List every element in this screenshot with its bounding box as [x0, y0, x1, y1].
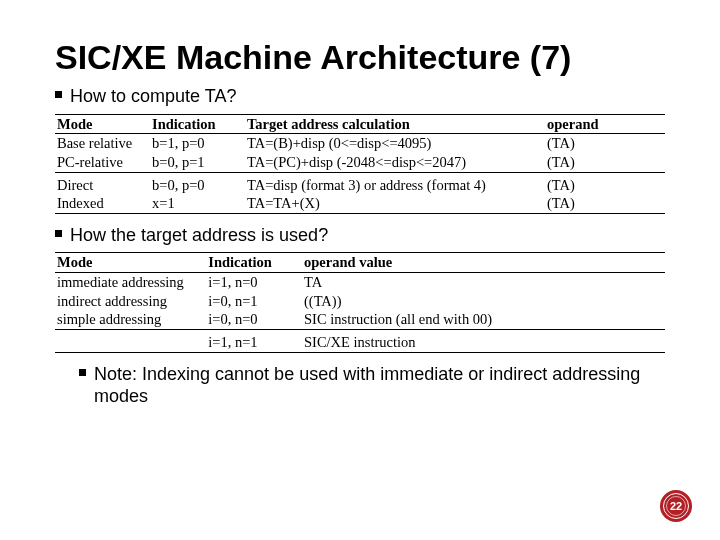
operand-value-table: Mode Indication operand value immediate … [55, 252, 665, 352]
col-indication: Indication [206, 253, 302, 273]
bullet-note: Note: Indexing cannot be used with immed… [79, 363, 680, 408]
page-number-badge: 22 [660, 490, 692, 522]
slide: SIC/XE Machine Architecture (7) How to c… [0, 0, 720, 540]
col-indication: Indication [150, 114, 245, 134]
table-row: Direct b=0, p=0 TA=disp (format 3) or ad… [55, 176, 665, 195]
bullet-how-used: How the target address is used? [55, 224, 680, 247]
bullet-square-icon [55, 230, 62, 237]
table-row: i=1, n=1 SIC/XE instruction [55, 333, 665, 352]
page-title: SIC/XE Machine Architecture (7) [55, 38, 680, 77]
bullet-square-icon [55, 91, 62, 98]
table-row: PC-relative b=0, p=1 TA=(PC)+disp (-2048… [55, 153, 665, 172]
ta-computation-table: Mode Indication Target address calculati… [55, 114, 665, 214]
table-header-row: Mode Indication Target address calculati… [55, 114, 665, 134]
bullet-text: How to compute TA? [70, 85, 236, 108]
table-row: Base relative b=1, p=0 TA=(B)+disp (0<=d… [55, 134, 665, 153]
col-calc: Target address calculation [245, 114, 545, 134]
col-mode: Mode [55, 114, 150, 134]
page-number: 22 [670, 500, 682, 512]
col-operand: operand value [302, 253, 665, 273]
bullet-text: Note: Indexing cannot be used with immed… [94, 363, 680, 408]
col-mode: Mode [55, 253, 206, 273]
table-row: Indexed x=1 TA=TA+(X) (TA) [55, 194, 665, 213]
table-row: indirect addressing i=0, n=1 ((TA)) [55, 292, 665, 311]
bullet-how-compute: How to compute TA? [55, 85, 680, 108]
table-header-row: Mode Indication operand value [55, 253, 665, 273]
col-operand: operand [545, 114, 665, 134]
bullet-square-icon [79, 369, 86, 376]
table-row: simple addressing i=0, n=0 SIC instructi… [55, 310, 665, 329]
bullet-text: How the target address is used? [70, 224, 328, 247]
table-row: immediate addressing i=1, n=0 TA [55, 273, 665, 292]
